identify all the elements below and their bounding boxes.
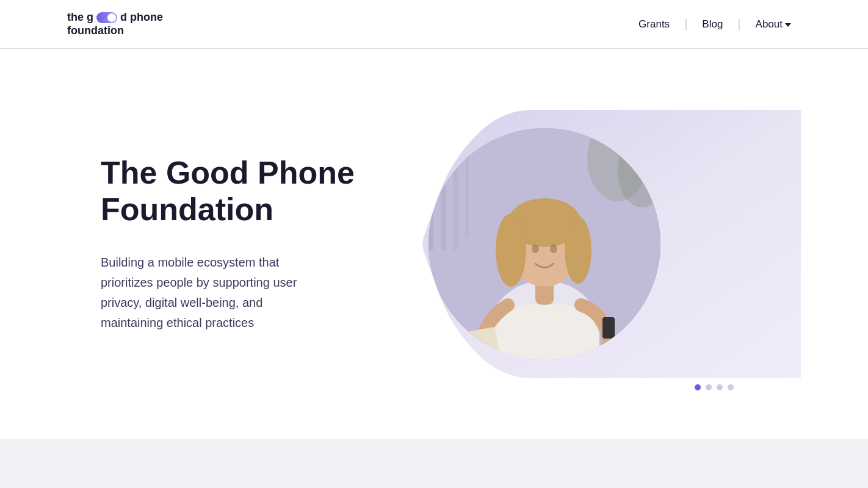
svg-point-13 <box>550 245 557 253</box>
hero-title: The Good Phone Foundation <box>101 155 369 228</box>
carousel-dot-3[interactable] <box>717 384 723 390</box>
logo[interactable]: the g d phone foundation <box>67 11 163 37</box>
logo-line1: the g d phone <box>67 11 163 24</box>
nav-separator-1: | <box>684 17 687 31</box>
logo-text-before: the g <box>67 11 93 24</box>
main-nav: Grants | Blog | About <box>629 13 801 35</box>
svg-point-12 <box>532 245 539 253</box>
chevron-down-icon <box>785 23 791 27</box>
nav-grants[interactable]: Grants <box>629 13 679 35</box>
nav-about[interactable]: About <box>746 13 801 35</box>
logo-pill-icon <box>96 12 117 23</box>
hero-image-svg <box>410 110 801 378</box>
hero-text-block: The Good Phone Foundation Building a mob… <box>101 155 394 333</box>
carousel-dot-2[interactable] <box>706 384 712 390</box>
nav-separator-2: | <box>737 17 740 31</box>
svg-point-9 <box>565 217 591 284</box>
nav-about-label: About <box>756 18 783 30</box>
hero-image-container <box>394 85 801 403</box>
nav-blog[interactable]: Blog <box>692 13 732 35</box>
footer-bar <box>0 439 868 488</box>
site-header: the g d phone foundation Grants | Blog |… <box>0 0 868 49</box>
logo-text-after: d phone <box>120 11 163 24</box>
carousel-dot-4[interactable] <box>728 384 734 390</box>
hero-description: Building a mobile ecosystem that priorit… <box>101 253 320 333</box>
svg-rect-16 <box>453 128 458 250</box>
hero-visual <box>410 110 801 378</box>
carousel-dots <box>695 384 734 390</box>
svg-point-8 <box>496 214 526 287</box>
logo-line2: foundation <box>67 24 163 38</box>
svg-rect-14 <box>429 128 433 250</box>
carousel-dot-1[interactable] <box>695 384 701 390</box>
svg-rect-10 <box>602 317 615 339</box>
hero-section: The Good Phone Foundation Building a mob… <box>0 49 868 439</box>
